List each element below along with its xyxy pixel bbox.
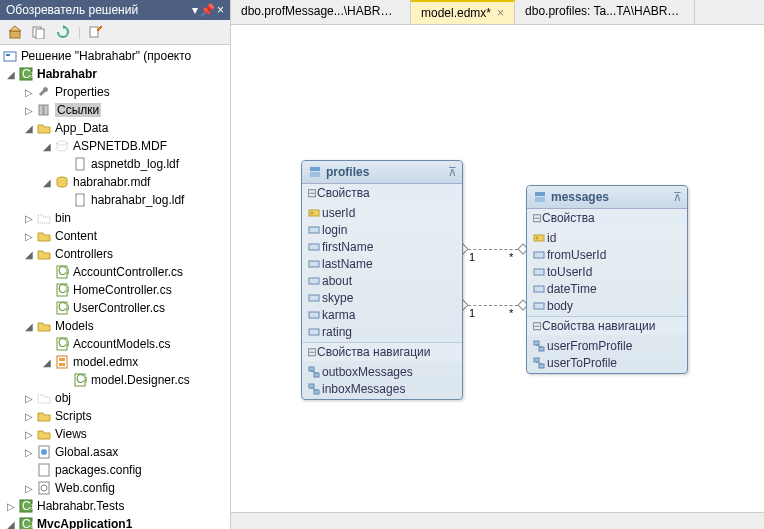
entity-property[interactable]: body [531,297,683,314]
tree-item-views[interactable]: ▷Views [0,425,230,443]
project-node[interactable]: ◢C#Habrahabr [0,65,230,83]
expander-icon[interactable]: ▷ [22,87,36,98]
expander-icon[interactable]: ▷ [22,411,36,422]
collapse-icon[interactable]: ⊼ [673,190,682,204]
tree-item-refs[interactable]: ▷Ссылки [0,101,230,119]
tree-item-packages[interactable]: packages.config [0,461,230,479]
toolbar-showall-button[interactable] [28,22,50,42]
tree-item-webconfig[interactable]: ▷Web.config [0,479,230,497]
minus-icon[interactable]: ⊟ [532,319,542,333]
tree-item-mvcapp[interactable]: ◢C#MvcApplication1 [0,515,230,529]
expander-icon[interactable]: ▷ [4,501,18,512]
folder-icon [36,228,52,244]
nav-property[interactable]: outboxMessages [306,363,458,380]
expander-icon[interactable]: ▷ [22,213,36,224]
expander-icon[interactable]: ◢ [22,123,36,134]
tree-item-habrahabr-log[interactable]: habrahabr_log.ldf [0,191,230,209]
entity-property[interactable]: lastName [306,255,458,272]
expander-icon[interactable]: ◢ [4,519,18,530]
toolbar-refresh-button[interactable] [52,22,74,42]
entity-property[interactable]: toUserId [531,263,683,280]
tree-item-account-models[interactable]: C#AccountModels.cs [0,335,230,353]
close-icon[interactable]: × [497,6,504,20]
tab-profmessage[interactable]: dbo.profMessage...\HABRAHABR.MDF) [231,0,411,24]
entity-property[interactable]: firstName [306,238,458,255]
expander-icon[interactable]: ◢ [22,249,36,260]
tree-item-controllers[interactable]: ◢Controllers [0,245,230,263]
section-header-properties[interactable]: ⊟Свойства [302,184,462,202]
dropdown-icon[interactable]: ▾ [192,3,198,17]
entity-title: messages [551,190,673,204]
section-header-navigation[interactable]: ⊟Свойства навигации [527,317,687,335]
expander-icon[interactable]: ◢ [40,357,54,368]
tree-item-habrahabr-mdf[interactable]: ◢habrahabr.mdf [0,173,230,191]
tree-item-home-ctrl[interactable]: C#HomeController.cs [0,281,230,299]
toolbar-home-button[interactable] [4,22,26,42]
expander-icon[interactable]: ◢ [4,69,18,80]
entity-header[interactable]: messages ⊼ [527,186,687,209]
entity-property[interactable]: login [306,221,458,238]
svg-point-41 [311,211,314,214]
svg-rect-67 [539,364,544,368]
tree-item-model-edmx[interactable]: ◢model.edmx [0,353,230,371]
entity-property[interactable]: id [531,229,683,246]
expander-icon[interactable]: ◢ [22,321,36,332]
relation-line [463,305,523,306]
expander-icon[interactable]: ▷ [22,393,36,404]
close-icon[interactable]: × [217,3,224,17]
tree-item-account-ctrl[interactable]: C#AccountController.cs [0,263,230,281]
tree-item-global-asax[interactable]: ▷Global.asax [0,443,230,461]
collapse-icon[interactable]: ⊼ [448,165,457,179]
entity-property[interactable]: fromUserId [531,246,683,263]
nav-property[interactable]: inboxMessages [306,380,458,397]
tab-profiles[interactable]: dbo.profiles: Ta...TA\HABRAHABR.M [515,0,695,24]
toolbar-properties-button[interactable] [85,22,107,42]
expander-icon[interactable]: ▷ [22,429,36,440]
tree-item-content[interactable]: ▷Content [0,227,230,245]
tree-item-aspnetdb[interactable]: ◢ASPNETDB.MDF [0,137,230,155]
solution-tree[interactable]: Решение "Habrahabr" (проекто ◢C#Habrahab… [0,45,230,529]
tree-item-appdata[interactable]: ◢App_Data [0,119,230,137]
entity-header[interactable]: profiles ⊼ [302,161,462,184]
tree-item-models[interactable]: ◢Models [0,317,230,335]
section-header-properties[interactable]: ⊟Свойства [527,209,687,227]
expander-icon[interactable]: ◢ [40,141,54,152]
expander-icon[interactable]: ▷ [22,105,36,116]
tree-item-obj[interactable]: ▷obj [0,389,230,407]
tree-item-aspnetdb-log[interactable]: aspnetdb_log.ldf [0,155,230,173]
tree-item-model-designer[interactable]: C#model.Designer.cs [0,371,230,389]
pin-icon[interactable]: 📌 [200,3,215,17]
tree-item-scripts[interactable]: ▷Scripts [0,407,230,425]
expander-icon[interactable]: ◢ [40,177,54,188]
horizontal-scrollbar[interactable] [231,512,764,529]
tab-model-edmx[interactable]: model.edmx*× [411,0,515,24]
entity-property[interactable]: about [306,272,458,289]
minus-icon[interactable]: ⊟ [307,186,317,200]
nav-property[interactable]: userFromProfile [531,337,683,354]
tree-item-tests[interactable]: ▷C#Habrahabr.Tests [0,497,230,515]
tree-item-bin[interactable]: ▷bin [0,209,230,227]
svg-rect-55 [535,192,545,196]
property-icon [306,257,322,271]
minus-icon[interactable]: ⊟ [307,345,317,359]
nav-property[interactable]: userToProfile [531,354,683,371]
entity-property[interactable]: karma [306,306,458,323]
toolbar-separator: | [78,25,81,39]
entity-messages[interactable]: messages ⊼ ⊟Свойства idfromUserIdtoUserI… [526,185,688,374]
entity-property[interactable]: skype [306,289,458,306]
section-header-navigation[interactable]: ⊟Свойства навигации [302,343,462,361]
entity-property[interactable]: dateTime [531,280,683,297]
expander-icon[interactable]: ▷ [22,447,36,458]
expander-icon[interactable]: ▷ [22,231,36,242]
entity-property[interactable]: userId [306,204,458,221]
tree-item-properties[interactable]: ▷Properties [0,83,230,101]
svg-rect-61 [534,286,544,292]
solution-node[interactable]: Решение "Habrahabr" (проекто [0,47,230,65]
cs-file-icon: C# [54,300,70,316]
minus-icon[interactable]: ⊟ [532,211,542,225]
edmx-designer-canvas[interactable]: 1 * 1 * profiles ⊼ ⊟Свойства userIdlogin… [231,25,764,512]
entity-profiles[interactable]: profiles ⊼ ⊟Свойства userIdloginfirstNam… [301,160,463,400]
expander-icon[interactable]: ▷ [22,483,36,494]
entity-property[interactable]: rating [306,323,458,340]
tree-item-user-ctrl[interactable]: C#UserController.cs [0,299,230,317]
